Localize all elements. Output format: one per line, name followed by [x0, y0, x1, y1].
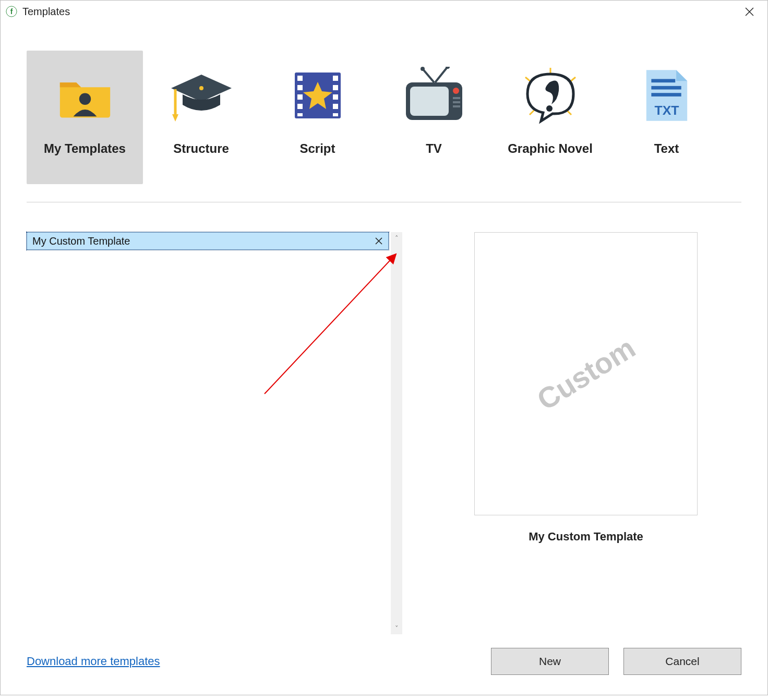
- svg-point-8: [199, 86, 203, 90]
- category-label: Structure: [173, 141, 229, 156]
- tv-icon: [403, 64, 465, 127]
- svg-rect-11: [297, 85, 303, 90]
- graduation-cap-icon: [170, 64, 233, 127]
- category-label: TV: [426, 141, 442, 156]
- svg-rect-14: [297, 113, 303, 116]
- svg-rect-26: [410, 87, 449, 116]
- preview-thumbnail: Custom: [474, 232, 698, 515]
- svg-rect-19: [333, 113, 338, 116]
- svg-rect-10: [297, 76, 303, 81]
- svg-point-4: [79, 93, 90, 105]
- template-list-item[interactable]: My Custom Template: [27, 232, 389, 250]
- new-button[interactable]: New: [491, 648, 609, 675]
- category-my-templates[interactable]: My Templates: [27, 51, 143, 184]
- svg-text:f: f: [10, 8, 13, 16]
- template-item-name: My Custom Template: [32, 235, 130, 247]
- download-more-templates-link[interactable]: Download more templates: [27, 655, 160, 668]
- txt-file-icon: TXT: [635, 64, 698, 127]
- category-graphic-novel[interactable]: Graphic Novel: [492, 51, 608, 184]
- category-label: Text: [654, 141, 679, 156]
- preview-pane: Custom My Custom Template: [402, 232, 741, 634]
- titlebar: f Templates: [1, 1, 767, 22]
- svg-point-23: [421, 67, 425, 71]
- svg-rect-30: [453, 105, 460, 107]
- cancel-button[interactable]: Cancel: [623, 648, 741, 675]
- category-row: My Templates Structure: [27, 51, 741, 184]
- scroll-up-icon: ˄: [395, 234, 399, 242]
- window-title: Templates: [22, 6, 70, 18]
- app-icon: f: [6, 6, 17, 17]
- category-structure[interactable]: Structure: [143, 51, 259, 184]
- svg-rect-29: [453, 101, 460, 103]
- svg-rect-28: [453, 97, 460, 99]
- close-icon: [375, 237, 383, 245]
- divider: [27, 202, 741, 202]
- svg-line-21: [423, 69, 434, 82]
- svg-rect-13: [297, 104, 303, 109]
- svg-point-27: [453, 88, 459, 94]
- category-label: My Templates: [44, 141, 126, 156]
- category-label: Script: [299, 141, 335, 156]
- dialog-frame: f Templates My Te: [0, 0, 768, 695]
- svg-rect-38: [651, 86, 681, 90]
- category-tv[interactable]: TV: [376, 51, 492, 184]
- svg-rect-39: [651, 93, 681, 96]
- svg-text:TXT: TXT: [654, 103, 679, 117]
- folder-user-icon: [54, 64, 116, 127]
- category-text[interactable]: TXT Text: [608, 51, 725, 184]
- svg-line-22: [435, 67, 448, 82]
- window-close-button[interactable]: [734, 1, 764, 22]
- svg-rect-17: [333, 94, 338, 100]
- comic-exclaim-icon: [519, 64, 582, 127]
- category-label: Graphic Novel: [508, 141, 593, 156]
- svg-rect-15: [333, 76, 338, 81]
- svg-rect-12: [297, 94, 303, 100]
- category-script[interactable]: Script: [259, 51, 376, 184]
- film-star-icon: [286, 64, 349, 127]
- svg-marker-7: [172, 114, 178, 122]
- svg-point-36: [546, 105, 553, 112]
- scroll-down-icon: ˅: [395, 624, 399, 632]
- template-list-pane: My Custom Template ˄ ˅: [27, 232, 402, 634]
- preview-watermark: Custom: [531, 331, 641, 417]
- dialog-footer: Download more templates New Cancel: [27, 647, 741, 676]
- svg-rect-16: [333, 85, 338, 90]
- close-icon: [745, 7, 754, 16]
- template-item-delete-button[interactable]: [373, 235, 385, 247]
- preview-title: My Custom Template: [529, 530, 643, 544]
- svg-rect-37: [651, 79, 675, 82]
- svg-rect-18: [333, 104, 338, 109]
- list-scrollbar[interactable]: ˄ ˅: [391, 232, 402, 634]
